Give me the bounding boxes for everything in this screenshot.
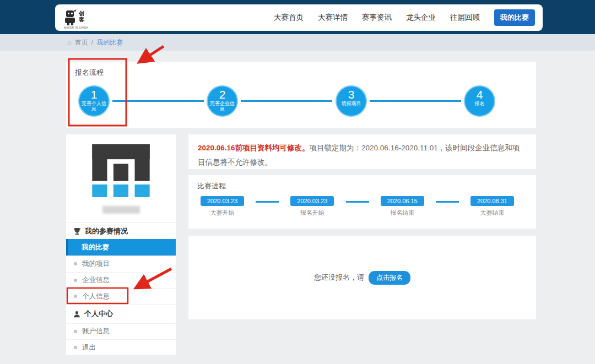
sidebar-item-label: 企业信息	[82, 275, 110, 285]
sidebar-item-logout[interactable]: 退出	[66, 339, 176, 356]
sidebar-item-company-info[interactable]: 企业信息	[66, 272, 176, 289]
timeline-row: 2020.03.23 大赛开始 2020.03.23 报名开始 2020.06.…	[201, 196, 514, 217]
step-connector	[112, 100, 204, 102]
sidebar-section-participation: 我的参赛情况	[66, 222, 176, 239]
breadcrumb-home[interactable]: 首页	[75, 38, 88, 47]
trophy-icon	[73, 227, 81, 235]
my-match-button[interactable]: 我的比赛	[494, 9, 535, 26]
timeline-dash	[346, 201, 369, 203]
milestone-date: 2020.06.15	[381, 196, 424, 206]
breadcrumb-current: 我的比赛	[96, 38, 123, 47]
sidebar-section-title: 我的参赛情况	[85, 226, 128, 236]
breadcrumb: ⌂ 首页 / 我的比赛	[0, 34, 595, 51]
nav-item-news[interactable]: 赛事资讯	[362, 13, 392, 23]
logo-tagline: MAKER IN CHINA	[64, 26, 88, 29]
bullet-icon	[74, 295, 77, 298]
sidebar-section-personal-center: 个人中心	[66, 305, 176, 323]
sidebar: 我的参赛情况 我的比赛 我的项目 企业信息 个人信息 个人中心 账户信息	[66, 134, 176, 355]
nav-item-details[interactable]: 大赛详情	[318, 13, 348, 23]
bullet-icon	[74, 262, 77, 265]
timeline-panel: 比赛进程 2020.03.23 大赛开始 2020.03.23 报名开始 202…	[188, 175, 536, 229]
step-label: 报名	[465, 101, 494, 106]
step-number: 2	[208, 89, 237, 100]
step-number: 4	[465, 89, 494, 100]
milestone-date: 2020.03.23	[201, 196, 244, 206]
sidebar-item-personal-info[interactable]: 个人信息	[66, 288, 176, 305]
header-navbar: 创客 MAKER IN CHINA 大赛首页 大赛详情 赛事资讯 龙头企业 往届…	[55, 4, 543, 31]
step-number: 1	[79, 89, 109, 100]
milestone-label: 大赛结束	[480, 209, 504, 217]
nav-item-enterprises[interactable]: 龙头企业	[406, 13, 436, 23]
step-number: 3	[337, 89, 366, 100]
sidebar-item-label: 我的项目	[82, 259, 110, 269]
sidebar-section-title: 个人中心	[84, 309, 113, 319]
maker-robot-icon	[63, 9, 77, 26]
step-3: 3 填报项目	[336, 85, 367, 117]
notice-panel: 2020.06.16前项目资料均可修改。项目锁定期为：2020.06.16-20…	[188, 134, 536, 169]
step-label: 填报项目	[337, 101, 366, 106]
click-to-register-button[interactable]: 点击报名	[369, 271, 410, 285]
bullet-icon	[74, 330, 77, 333]
sidebar-item-label: 退出	[82, 343, 96, 352]
timeline-dash	[436, 201, 459, 203]
milestone-signup-start: 2020.03.23 报名开始	[290, 196, 334, 217]
step-2: 2 完善企业信息	[207, 85, 238, 117]
logo-text: 创客	[79, 10, 85, 23]
milestone-date: 2020.03.23	[290, 196, 334, 206]
step-1: 1 完善个人信息	[78, 85, 110, 117]
bullet-icon	[74, 279, 77, 282]
notice-highlight: 2020.06.16前项目资料均可修改。	[198, 144, 310, 152]
breadcrumb-separator: /	[91, 39, 93, 46]
sidebar-item-label: 账户信息	[82, 327, 110, 336]
registration-panel: 您还没报名，请 点击报名	[188, 236, 536, 319]
sidebar-item-my-match[interactable]: 我的比赛	[66, 239, 176, 256]
registration-message: 您还没报名，请	[314, 273, 364, 282]
user-icon	[73, 311, 80, 318]
username-redacted	[102, 206, 140, 214]
step-connector	[241, 100, 332, 102]
milestone-label: 大赛开始	[210, 209, 235, 217]
milestone-signup-end: 2020.06.15 报名结束	[381, 196, 424, 217]
nav-item-home[interactable]: 大赛首页	[274, 13, 304, 23]
bullet-icon	[74, 346, 77, 349]
step-label: 完善个人信息	[79, 101, 109, 112]
milestone-contest-end: 2020.08.31 大赛结束	[470, 196, 514, 217]
registration-process-panel: 报名流程 1 完善个人信息 2 完善企业信息 3 填报项目 4 报名	[66, 62, 536, 128]
home-icon: ⌂	[67, 39, 72, 47]
milestone-date: 2020.08.31	[470, 196, 514, 206]
milestone-contest-start: 2020.03.23 大赛开始	[201, 196, 244, 217]
step-4: 4 报名	[464, 85, 495, 117]
sidebar-menu: 我的参赛情况 我的比赛 我的项目 企业信息 个人信息 个人中心 账户信息	[66, 222, 176, 356]
process-title: 报名流程	[75, 68, 104, 78]
milestone-label: 报名开始	[300, 209, 324, 217]
step-label: 完善企业信息	[208, 101, 237, 112]
sidebar-item-label: 个人信息	[82, 292, 110, 301]
sidebar-item-account-info[interactable]: 账户信息	[66, 323, 176, 340]
milestone-label: 报名结束	[390, 209, 414, 217]
sidebar-item-my-project[interactable]: 我的项目	[66, 256, 176, 272]
avatar	[89, 144, 153, 197]
nav-item-review[interactable]: 往届回顾	[450, 13, 480, 23]
step-connector	[370, 100, 461, 102]
site-logo[interactable]: 创客	[63, 9, 85, 26]
timeline-dash	[256, 201, 279, 203]
timeline-title: 比赛进程	[197, 181, 226, 191]
main-nav: 大赛首页 大赛详情 赛事资讯 龙头企业 往届回顾 我的比赛	[274, 9, 535, 26]
